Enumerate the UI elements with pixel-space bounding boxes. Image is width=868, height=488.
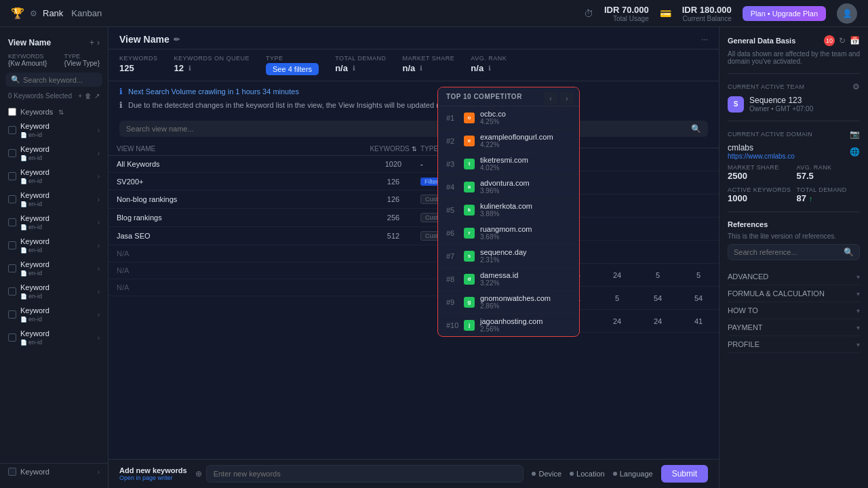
- kw-checkbox[interactable]: [8, 195, 16, 203]
- trend-up-icon: ↑: [809, 195, 813, 203]
- accordion-advanced[interactable]: ADVANCED ▾: [728, 268, 860, 285]
- stat-ar-box-label: AVG. RANK: [797, 164, 861, 171]
- row-name: All Keywords: [108, 160, 366, 168]
- upgrade-button[interactable]: Plan • Upgrade Plan: [743, 6, 826, 21]
- table-row[interactable]: SV200+ 126 Filter: [108, 173, 475, 190]
- more-options-icon[interactable]: ···: [701, 35, 708, 44]
- kw-expand-icon[interactable]: ›: [98, 265, 100, 272]
- delete-selected-icon[interactable]: 🗑: [85, 92, 92, 100]
- add-keywords-sub[interactable]: Open in page writer: [119, 474, 187, 481]
- language-option[interactable]: Language: [613, 470, 653, 478]
- kw-checkbox[interactable]: [8, 264, 16, 272]
- sidebar-bottom-expand-icon[interactable]: ›: [98, 468, 100, 476]
- kw-expand-icon[interactable]: ›: [98, 288, 100, 296]
- table-row[interactable]: Jasa SEO 512 Custom: [108, 227, 475, 245]
- select-all-checkbox[interactable]: [8, 108, 16, 116]
- kw-checkbox[interactable]: [8, 172, 16, 180]
- calendar-icon[interactable]: 📅: [850, 36, 860, 45]
- export-selected-icon[interactable]: ↗: [94, 92, 100, 100]
- add-selected-icon[interactable]: +: [78, 92, 82, 100]
- data-cell: 41: [678, 310, 719, 333]
- refresh-icon[interactable]: ↻: [839, 36, 846, 45]
- add-view-icon[interactable]: +: [90, 38, 94, 47]
- kw-checkbox[interactable]: [8, 287, 16, 296]
- sidebar-bottom-kw-label: Keyword: [20, 468, 50, 476]
- keywords-input[interactable]: [206, 465, 524, 483]
- table-row[interactable]: N/A: [108, 245, 475, 262]
- list-item[interactable]: Keyword 📄 en-id ›: [0, 165, 108, 188]
- chevron-down-icon5: ▾: [856, 341, 860, 348]
- data-cell: 54: [637, 287, 678, 310]
- kw-expand-icon[interactable]: ›: [98, 334, 100, 342]
- table-row[interactable]: Non-blog rankings 126 Custom: [108, 190, 475, 209]
- kw-expand-icon[interactable]: ›: [98, 219, 100, 226]
- sidebar-bottom-checkbox[interactable]: [8, 468, 16, 476]
- list-item[interactable]: Keyword 📄 en-id ›: [0, 211, 108, 234]
- kw-checkbox[interactable]: [8, 149, 16, 157]
- device-option[interactable]: Device: [532, 470, 561, 478]
- data-col-5: 5 54 24: [637, 142, 678, 459]
- list-item[interactable]: Keyword 📄 en-id ›: [0, 257, 108, 280]
- comp-favicon: k: [464, 205, 475, 216]
- search-views-input[interactable]: [126, 125, 687, 133]
- table-row[interactable]: Blog rankings 256 Custom: [108, 209, 475, 227]
- row-keywords: 512: [366, 232, 420, 240]
- list-item[interactable]: Keyword 📄 en-id ›: [0, 188, 108, 211]
- keyword-list: Keyword 📄 en-id › Keyword 📄 en-id ›: [0, 119, 108, 349]
- kw-checkbox[interactable]: [8, 333, 16, 342]
- edit-title-icon[interactable]: ✏: [174, 35, 180, 44]
- kw-expand-icon[interactable]: ›: [98, 242, 100, 249]
- competitor-item: #7 s sequence.day 2.31%: [438, 245, 579, 268]
- center-notices: ℹ Next Search Volume crawling in 1 hours…: [108, 81, 719, 115]
- accordion-profile[interactable]: PROFILE ▾: [728, 336, 860, 353]
- list-item[interactable]: Keyword 📄 en-id ›: [0, 303, 108, 326]
- list-item[interactable]: Keyword 📄 en-id ›: [0, 326, 108, 349]
- globe-icon[interactable]: 🌐: [850, 147, 860, 157]
- location-option[interactable]: Location: [570, 470, 605, 478]
- kw-checkbox[interactable]: [8, 310, 16, 319]
- nav-rank[interactable]: Rank: [43, 8, 63, 18]
- search-icon: 🔍: [11, 75, 20, 84]
- keyword-search-input[interactable]: [23, 76, 97, 84]
- settings-icon[interactable]: ⚙: [30, 9, 37, 18]
- table-row[interactable]: N/A: [108, 279, 475, 296]
- kw-expand-icon[interactable]: ›: [98, 150, 100, 157]
- domain-url[interactable]: https://www.cmlabs.co: [728, 152, 795, 160]
- table-row[interactable]: N/A: [108, 262, 475, 279]
- table-row[interactable]: All Keywords 1020 -: [108, 156, 475, 173]
- kw-checkbox[interactable]: [8, 241, 16, 249]
- sort-icon[interactable]: ⇅: [58, 108, 64, 116]
- kw-checkbox[interactable]: [8, 218, 16, 226]
- camera-icon[interactable]: 📷: [850, 129, 860, 139]
- keyword-search-box: 🔍: [5, 73, 102, 87]
- accordion-howto[interactable]: HOW TO ▾: [728, 302, 860, 319]
- keywords-selected-bar: 0 Keywords Selected + 🗑 ↗: [0, 92, 108, 105]
- accordion-formula[interactable]: FORMULA & CALCULATION ▾: [728, 285, 860, 302]
- team-settings-icon[interactable]: ⚙: [852, 82, 860, 92]
- nav-kanban[interactable]: Kanban: [71, 8, 102, 18]
- current-balance: IDR 180.000 Current Balance: [682, 5, 732, 22]
- comp-domain: damessa.id: [480, 271, 571, 279]
- nav-prev-icon[interactable]: ‹: [544, 92, 557, 105]
- filter-button[interactable]: See 4 filters: [266, 63, 319, 75]
- ref-search-input[interactable]: [734, 248, 841, 256]
- avatar[interactable]: 👤: [837, 3, 857, 24]
- nav-right-icon[interactable]: ›: [97, 38, 100, 47]
- data-col-header: [678, 142, 719, 148]
- kw-expand-icon[interactable]: ›: [98, 173, 100, 180]
- accordion-list: ADVANCED ▾ FORMULA & CALCULATION ▾ HOW T…: [728, 268, 860, 353]
- data-cell: [637, 218, 678, 241]
- submit-button[interactable]: Submit: [661, 465, 708, 483]
- list-item[interactable]: Keyword 📄 en-id ›: [0, 119, 108, 142]
- list-item[interactable]: Keyword 📄 en-id ›: [0, 280, 108, 303]
- kw-expand-icon[interactable]: ›: [98, 196, 100, 203]
- sidebar-title: View Name: [8, 38, 51, 47]
- nav-next-icon[interactable]: ›: [560, 92, 574, 105]
- kw-expand-icon[interactable]: ›: [98, 127, 100, 134]
- kw-checkbox[interactable]: [8, 126, 16, 134]
- list-item[interactable]: Keyword 📄 en-id ›: [0, 142, 108, 165]
- views-list: VIEW NAME KEYWORDS ⇅ TYPE ⇅ All Keywords…: [108, 142, 475, 459]
- list-item[interactable]: Keyword 📄 en-id ›: [0, 234, 108, 257]
- accordion-payment[interactable]: PAYMENT ▾: [728, 319, 860, 336]
- kw-expand-icon[interactable]: ›: [98, 311, 100, 319]
